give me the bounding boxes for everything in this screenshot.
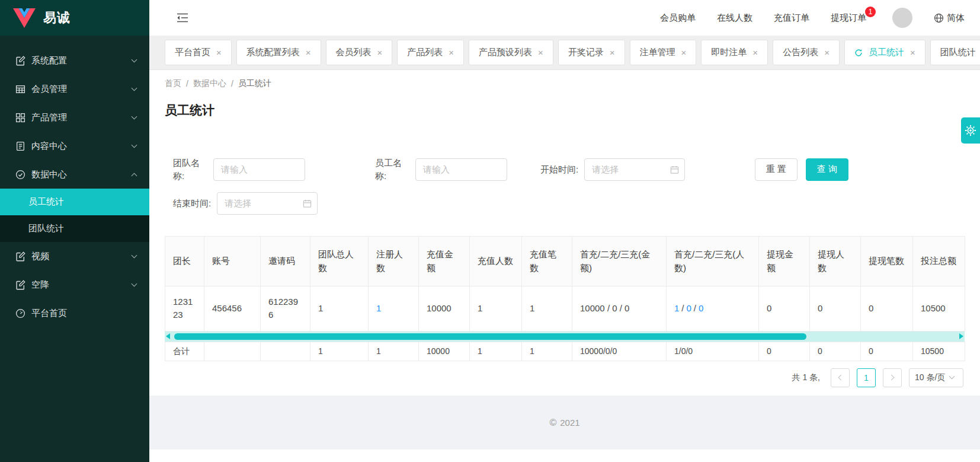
sidebar-item-system-config[interactable]: 系统配置 <box>0 46 149 75</box>
link-first-recharge-users[interactable]: 1 <box>674 303 679 313</box>
sidebar-menu: 系统配置 会员管理 产品管理 内容 <box>0 36 149 327</box>
cell-account: 456456 <box>204 286 261 331</box>
close-icon[interactable]: × <box>752 48 758 57</box>
sidebar-item-airdrop[interactable]: 空降 <box>0 270 149 299</box>
page-content: 首页 / 数据中心 / 员工统计 员工统计 团队名称: 员工名称: <box>149 70 980 396</box>
tab-team-statistics[interactable]: 团队统计× <box>930 40 980 65</box>
chevron-down-icon <box>132 142 137 148</box>
edit-square-icon <box>15 251 25 262</box>
team-name-input[interactable] <box>213 158 305 181</box>
col-first-recharge-amount: 首充/二充/三充(金额) <box>572 236 667 286</box>
cell-withdraw-amount: 0 <box>759 286 810 331</box>
sidebar-subitem-team-statistics[interactable]: 团队统计 <box>0 215 149 242</box>
chevron-down-icon <box>132 252 137 258</box>
sidebar-item-product-management[interactable]: 产品管理 <box>0 103 149 132</box>
refresh-icon[interactable] <box>854 49 863 57</box>
sidebar-item-platform-home[interactable]: 平台首页 <box>0 299 149 327</box>
sidebar-item-video[interactable]: 视频 <box>0 242 149 270</box>
scroll-right-arrow-icon[interactable] <box>959 333 963 339</box>
staff-name-input[interactable] <box>415 158 507 181</box>
chevron-down-icon <box>132 113 137 119</box>
team-name-label: 团队名称: <box>173 157 207 183</box>
breadcrumb-separator: / <box>231 79 233 88</box>
appstore-icon <box>15 113 25 123</box>
chevron-up-icon <box>132 173 137 179</box>
copyright-icon: © <box>549 418 556 428</box>
close-icon[interactable]: × <box>824 48 830 57</box>
footer: © 2021 <box>149 396 980 450</box>
search-button[interactable]: 查 询 <box>806 158 848 181</box>
tab-announcement-list[interactable]: 公告列表× <box>773 40 840 65</box>
staff-name-label: 员工名称: <box>375 157 409 183</box>
topbar-link-online-users[interactable]: 在线人数 <box>717 12 752 24</box>
tab-live-bets[interactable]: 即时注单× <box>701 40 768 65</box>
breadcrumb-data-center[interactable]: 数据中心 <box>193 78 226 89</box>
scrollbar-thumb[interactable] <box>174 333 806 340</box>
avatar[interactable] <box>892 8 912 28</box>
reset-button[interactable]: 重 置 <box>755 158 798 181</box>
cell-team-total: 1 <box>310 286 369 331</box>
page-size-select[interactable]: 10 条/页 <box>909 368 963 387</box>
start-time-filter: 开始时间: <box>540 158 685 181</box>
pagination: 共 1 条, 1 10 条/页 <box>165 368 965 387</box>
col-team-total: 团队总人数 <box>310 236 369 286</box>
sidebar-submenu-data-center: 员工统计 团队统计 <box>0 189 149 242</box>
settings-fab[interactable] <box>961 117 980 144</box>
filter-row-2: 结束时间: <box>173 192 965 215</box>
topbar-link-recharge-orders[interactable]: 充值订单 <box>774 12 809 24</box>
summary-row: 合计 1 1 10000 1 1 10000/0/0 1/0/0 0 0 <box>165 342 965 361</box>
tab-staff-statistics[interactable]: 员工统计 × <box>844 40 925 65</box>
sidebar-item-content-center[interactable]: 内容中心 <box>0 132 149 160</box>
dashboard-icon <box>15 308 25 318</box>
edit-square-icon <box>15 280 25 290</box>
brand-name: 易诚 <box>43 9 71 27</box>
close-icon[interactable]: × <box>216 48 222 57</box>
topbar-link-withdraw-orders[interactable]: 提现订单 1 <box>831 12 866 24</box>
breadcrumb: 首页 / 数据中心 / 员工统计 <box>165 78 965 89</box>
staff-name-filter: 员工名称: <box>375 157 507 183</box>
breadcrumb-home[interactable]: 首页 <box>165 78 181 89</box>
tab-system-config-list[interactable]: 系统配置列表× <box>236 40 321 65</box>
breadcrumb-separator: / <box>186 79 188 88</box>
language-switch[interactable]: 简体 <box>934 12 965 24</box>
table-row: 123123 456456 6122396 1 1 10000 1 1 1000… <box>165 286 965 331</box>
sidebar-item-data-center[interactable]: 数据中心 <box>0 160 149 189</box>
statistics-table: 团长 账号 邀请码 团队总人数 注册人数 充值金额 充值人数 充值笔数 首充/二… <box>165 236 965 361</box>
scroll-left-arrow-icon[interactable] <box>166 333 170 339</box>
close-icon[interactable]: × <box>377 48 383 57</box>
link-registered-count[interactable]: 1 <box>376 303 381 313</box>
link-second-recharge-users[interactable]: 0 <box>687 303 691 313</box>
topbar-link-member-orders[interactable]: 会员购单 <box>660 12 696 24</box>
close-icon[interactable]: × <box>681 48 687 57</box>
collapse-sidebar-button[interactable] <box>177 12 188 23</box>
table-header-row: 团长 账号 邀请码 团队总人数 注册人数 充值金额 充值人数 充值笔数 首充/二… <box>165 236 965 286</box>
tab-bet-management[interactable]: 注单管理× <box>630 40 697 65</box>
topbar: 会员购单 在线人数 充值订单 提现订单 1 简体 <box>149 0 980 36</box>
close-icon[interactable]: × <box>610 48 615 57</box>
next-page-button[interactable] <box>883 368 902 387</box>
col-recharge-users: 充值人数 <box>470 236 522 286</box>
col-withdraw-amount: 提现金额 <box>759 236 810 286</box>
tab-product-preset-list[interactable]: 产品预设列表× <box>469 40 553 65</box>
col-withdraw-users: 提现人数 <box>810 236 861 286</box>
page-title: 员工统计 <box>165 102 965 119</box>
prev-page-button[interactable] <box>831 368 850 387</box>
sidebar-subitem-staff-statistics[interactable]: 员工统计 <box>0 189 149 215</box>
close-icon[interactable]: × <box>306 48 311 57</box>
sidebar-item-member-management[interactable]: 会员管理 <box>0 75 149 103</box>
chevron-down-icon <box>132 85 137 91</box>
close-icon[interactable]: × <box>910 48 915 57</box>
brand-header[interactable]: 易诚 <box>0 0 149 36</box>
tab-draw-records[interactable]: 开奖记录× <box>558 40 625 65</box>
close-icon[interactable]: × <box>538 48 543 57</box>
tab-member-list[interactable]: 会员列表× <box>326 40 393 65</box>
cell-withdraw-count: 0 <box>861 286 913 331</box>
summary-total-label: 合计 <box>165 342 204 361</box>
link-third-recharge-users[interactable]: 0 <box>699 303 703 313</box>
cell-recharge-users: 1 <box>470 286 522 331</box>
page-1-button[interactable]: 1 <box>857 368 876 387</box>
tab-platform-home[interactable]: 平台首页× <box>165 40 232 65</box>
close-icon[interactable]: × <box>449 48 454 57</box>
table-horizontal-scrollbar[interactable] <box>165 332 965 342</box>
tab-product-list[interactable]: 产品列表× <box>397 40 464 65</box>
